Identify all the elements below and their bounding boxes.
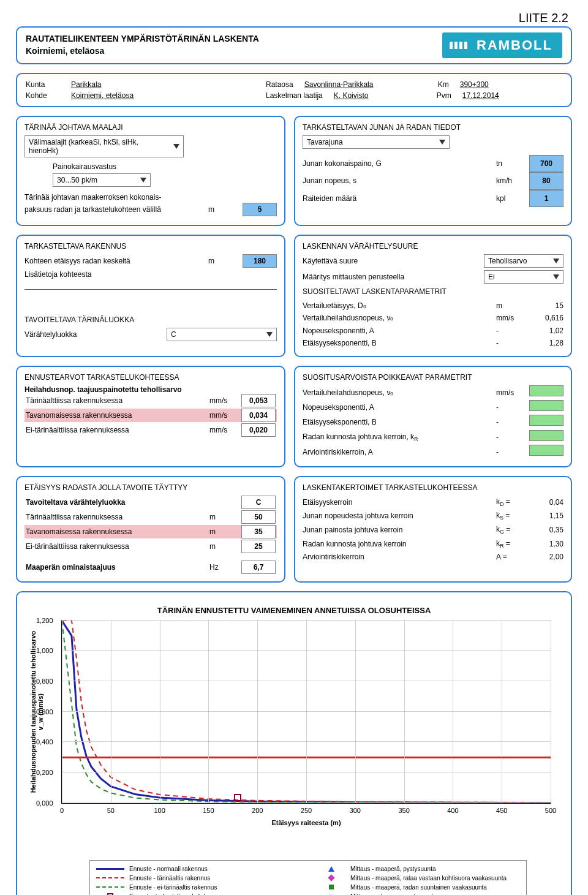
- k1-sym: kD =: [496, 496, 527, 510]
- chevron-down-icon: [173, 144, 179, 149]
- thickness-value[interactable]: 5: [243, 203, 277, 216]
- rataosa-label: Rataosa: [266, 79, 293, 90]
- target-point-marker: [234, 794, 241, 801]
- kunta-value: Parikkala: [71, 79, 181, 90]
- dist-value[interactable]: 180: [243, 254, 277, 268]
- kohde-value: Koirniemi, eteläosa: [71, 90, 181, 101]
- sub-title: Koirniemi, eteläosa: [26, 45, 259, 58]
- laskija-value: K. Koivisto: [334, 90, 407, 101]
- chevron-down-icon: [140, 178, 146, 183]
- maaritys-dropdown[interactable]: Ei: [484, 270, 564, 284]
- kohde-label: Kohde: [26, 90, 60, 101]
- p-a-unit: -: [496, 401, 527, 414]
- chevron-down-icon: [266, 332, 273, 337]
- et3-unit: m: [209, 542, 240, 551]
- etaisyys-title: ETÄISYYS RADASTA JOLLA TAVOITE TÄYTTYY: [24, 483, 277, 492]
- k2-sym: kS =: [496, 509, 527, 523]
- nopeus-unit: km/h: [496, 175, 527, 187]
- d0-label: Vertailuetäisyys, D₀: [303, 300, 496, 312]
- y-tick: 0,000: [36, 799, 53, 807]
- x-tick: 200: [252, 807, 263, 814]
- suure-label: Käytettävä suure: [303, 257, 479, 265]
- et1-value: 50: [241, 510, 276, 524]
- legend-l2: Ennuste - tärinäaltis rakennus: [129, 874, 210, 883]
- ennuste-box: ENNUSTEARVOT TARKASTELUKOHTEESSA Heilahd…: [16, 366, 285, 467]
- chevron-down-icon: [553, 274, 559, 279]
- paino-value[interactable]: 700: [529, 155, 564, 172]
- a-value: 1,02: [527, 325, 564, 337]
- p-v0-unit: mm/s: [496, 387, 527, 399]
- laskenta-title: LASKENNAN VÄRÄHTELYSUURE: [303, 242, 564, 251]
- k1-label: Etäisyyskerroin: [303, 496, 496, 508]
- maaritys-label: Määritys mittausten perusteella: [303, 273, 479, 281]
- p-a-input[interactable]: [529, 400, 564, 411]
- et3-label: Ei-tärinäalttiissa rakennuksessa: [24, 541, 209, 552]
- k4-value: 1,30: [527, 538, 564, 550]
- a-unit: -: [496, 325, 527, 337]
- thickness-line1: Tärinää johtavan maakerroksen kokonais-: [24, 193, 277, 202]
- info-blank-line[interactable]: [24, 281, 277, 290]
- legend-l4: Ennuste -tarkasteltava kohde: [129, 892, 209, 895]
- laskenta-box: LASKENNAN VÄRÄHTELYSUURE Käytettävä suur…: [294, 235, 572, 357]
- luokka-dropdown[interactable]: C: [167, 328, 277, 341]
- train-type-value: Tavarajuna: [307, 138, 343, 146]
- p-v0-label: Vertailuheilahdusnopeus, v₀: [303, 387, 496, 399]
- kohde-title: TARKASTELTAVA RAKENNUS: [24, 242, 277, 251]
- k2-label: Junan nopeudesta johtuva kerroin: [303, 510, 496, 522]
- e2-unit: mm/s: [209, 411, 240, 420]
- legend-r1: Mittaus - maaperä, pystysuunta: [350, 864, 436, 874]
- mp-value: 6,7: [241, 561, 276, 574]
- train-type-dropdown[interactable]: Tavarajuna: [303, 135, 450, 149]
- paino-label: Junan kokonaispaino, G: [303, 157, 496, 170]
- liite-header: LIITE 2.2: [16, 11, 572, 25]
- e3-label: Ei-tärinäalttiissa rakennuksessa: [24, 425, 209, 436]
- title-block: RAUTATIELIIKENTEEN YMPÄRISTÖTÄRINÄN LASK…: [16, 26, 572, 64]
- nopeus-value[interactable]: 80: [529, 172, 564, 189]
- b-unit: -: [496, 337, 527, 349]
- suure-dropdown[interactable]: Tehollisarvo: [484, 254, 564, 268]
- raiteet-value[interactable]: 1: [529, 190, 564, 207]
- ramboll-logo: RAMBOLL: [442, 32, 562, 58]
- kunta-label: Kunta: [26, 79, 60, 90]
- pvm-label: Pvm: [437, 90, 451, 101]
- etaisyys-box: ETÄISYYS RADASTA JOLLA TAVOITE TÄYTTYY T…: [16, 476, 285, 583]
- k5-label: Arviointiriskikerroin: [303, 551, 496, 563]
- e2-value: 0,034: [241, 409, 276, 422]
- x-tick: 150: [203, 807, 214, 814]
- et1-unit: m: [209, 513, 240, 521]
- soil-title: TÄRINÄÄ JOHTAVA MAALAJI: [24, 123, 277, 132]
- p-ar-input[interactable]: [529, 445, 564, 456]
- et3-value: 25: [241, 540, 276, 553]
- k3-sym: kG =: [496, 523, 527, 537]
- k3-value: 0,35: [527, 524, 564, 536]
- p-b-unit: -: [496, 416, 527, 428]
- x-tick: 500: [545, 807, 556, 814]
- et1-label: Tärinäalttiissa rakennuksessa: [24, 512, 209, 523]
- rataosa-value: Savonlinna-Parikkala: [304, 79, 409, 90]
- e2-label: Tavanomaisessa rakennuksessa: [24, 410, 209, 421]
- km-value: 390+300: [460, 79, 489, 90]
- legend-r4: Mittaus - rakennus, pystysuunta: [350, 892, 437, 895]
- p-ar-label: Arviointiriskikerroin, A: [303, 446, 496, 458]
- legend-l3: Ennuste - ei-tärinäaltis rakennus: [129, 883, 217, 892]
- y-tick: 1,000: [36, 647, 53, 654]
- et-luokka-value: C: [241, 496, 276, 509]
- chart-box: TÄRINÄN ENNUSTETTU VAIMENEMINEN ANNETUIS…: [16, 591, 572, 895]
- poikkeavat-title: SUOSITUSARVOISTA POIKKEAVAT PARAMETRIT: [303, 373, 564, 382]
- ennuste-subtitle: Heilahdusnop. taajuuspainotettu tehollis…: [24, 385, 277, 394]
- y-tick: 1,200: [36, 617, 53, 624]
- x-tick: 100: [154, 807, 165, 814]
- et2-unit: m: [209, 527, 240, 536]
- p-v0-input[interactable]: [529, 385, 564, 396]
- x-tick: 400: [447, 807, 458, 814]
- v0-unit: mm/s: [496, 312, 527, 324]
- p-b-input[interactable]: [529, 415, 564, 426]
- k4-label: Radan kunnosta johtuva kerroin: [303, 538, 496, 550]
- pk-value: 30...50 pk/m: [57, 176, 97, 184]
- pk-dropdown[interactable]: 30...50 pk/m: [53, 173, 151, 187]
- x-tick: 50: [107, 807, 115, 814]
- e1-unit: mm/s: [209, 396, 240, 405]
- valimaalajit-dropdown[interactable]: Välimaalajit (karkeaSi, hkSi, siHk, hien…: [24, 135, 184, 157]
- p-kr-input[interactable]: [529, 430, 564, 441]
- a-label: Nopeuseksponentti, A: [303, 325, 496, 337]
